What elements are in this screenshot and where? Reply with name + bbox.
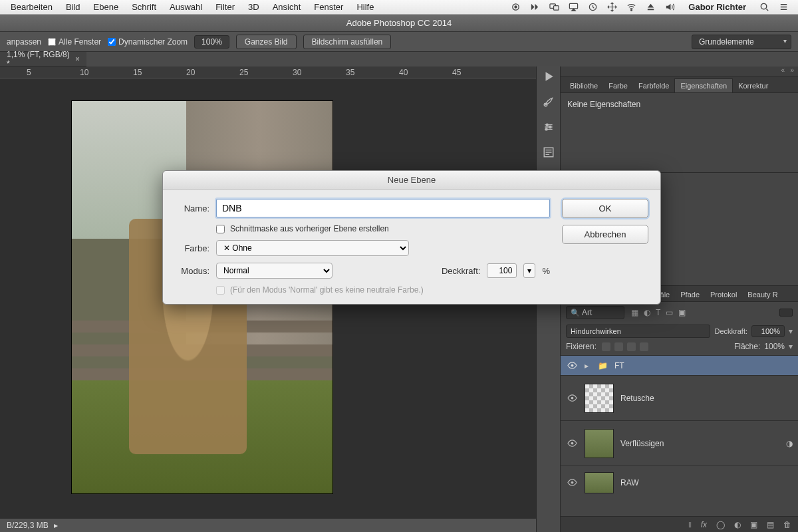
tab-bibliothek[interactable]: Bibliothe [565, 79, 603, 92]
eject-icon[interactable] [646, 2, 656, 12]
clipping-mask-checkbox[interactable]: Schnittmaske aus vorheriger Ebene erstel… [216, 224, 550, 233]
fill-stepper-icon[interactable]: ▾ [789, 342, 793, 351]
ok-button[interactable]: OK [562, 199, 648, 218]
menu-3d[interactable]: 3D [241, 2, 266, 12]
menu-bearbeiten[interactable]: Bearbeiten [4, 2, 59, 12]
layer-name[interactable]: FT [614, 361, 624, 370]
fx-icon[interactable]: fx [701, 520, 707, 529]
mask-icon[interactable]: ◯ [716, 520, 725, 529]
layer-thumbnail[interactable] [585, 384, 614, 413]
filter-shape-icon[interactable]: ▭ [666, 308, 673, 317]
menu-fenster[interactable]: Fenster [307, 2, 350, 12]
fit-image-button[interactable]: Ganzes Bild [236, 35, 297, 49]
layer-name[interactable]: Retusche [620, 394, 654, 403]
close-icon[interactable]: × [75, 55, 80, 64]
link-layers-icon[interactable]: ⦀ [688, 520, 692, 529]
group-icon[interactable]: ▣ [750, 520, 757, 529]
blend-mode-dropdown[interactable]: Hindurchwirken [566, 325, 710, 338]
opacity-value[interactable]: 100% [751, 325, 785, 337]
all-windows-checkbox[interactable]: Alle Fenster [48, 37, 101, 47]
dialog-opacity-stepper-icon[interactable]: ▾ [523, 263, 535, 278]
mode-dropdown[interactable]: Normal [216, 263, 332, 279]
adjust-panel-icon[interactable] [541, 120, 556, 134]
layer-thumbnail[interactable] [585, 472, 614, 493]
lock-position-icon[interactable] [627, 342, 636, 351]
tab-pfade[interactable]: Pfade [675, 288, 705, 301]
wifi-icon[interactable] [626, 2, 636, 12]
timemachine-icon[interactable] [588, 2, 598, 12]
fill-screen-button[interactable]: Bildschirm ausfüllen [303, 35, 392, 49]
tab-korrekturen[interactable]: Korrektur [733, 79, 773, 92]
lock-label: Fixieren: [566, 342, 597, 351]
filter-type-icon[interactable]: T [656, 308, 660, 317]
layer-verfluessigen[interactable]: Verflüssigen ◑ [561, 420, 798, 466]
visibility-icon[interactable] [566, 393, 578, 403]
move-icon[interactable] [607, 2, 617, 12]
notifications-icon[interactable] [779, 2, 789, 12]
dynamic-zoom-checkbox[interactable]: Dynamischer Zoom [108, 37, 188, 47]
lock-all-icon[interactable] [640, 342, 648, 351]
visibility-icon[interactable] [566, 438, 578, 448]
layer-group-ft[interactable]: ▸ 📁 FT [561, 355, 798, 375]
disclosure-icon[interactable]: ▸ [585, 361, 591, 370]
menu-auswahl[interactable]: Auswahl [163, 2, 209, 12]
record-icon[interactable] [511, 2, 521, 12]
color-dropdown[interactable]: ✕ Ohne [216, 240, 409, 256]
filter-smart-icon[interactable]: ▣ [678, 308, 686, 317]
new-layer-icon[interactable]: ▤ [767, 520, 774, 529]
layer-thumbnail[interactable] [585, 429, 614, 458]
workspace-dropdown[interactable]: Grundelemente [692, 35, 791, 49]
layer-raw[interactable]: RAW [561, 466, 798, 499]
panels-collapse-strip[interactable]: « » [561, 66, 798, 77]
visibility-icon[interactable] [566, 360, 578, 370]
layers-panel: 🔍 Art ▦ ◐ T ▭ ▣ Hindurchwirken Deckkraft… [561, 302, 798, 532]
options-bar: anpassen Alle Fenster Dynamischer Zoom 1… [0, 32, 798, 52]
status-memory: B/229,3 MB [7, 521, 49, 530]
trash-icon[interactable]: 🗑 [783, 520, 791, 529]
menubar-username[interactable]: Gabor Richter [684, 2, 750, 12]
fastforward-icon[interactable] [530, 2, 540, 12]
menu-ansicht[interactable]: Ansicht [266, 2, 308, 12]
tab-eigenschaften[interactable]: Eigenschaften [674, 78, 733, 92]
fill-value[interactable]: 100% [764, 342, 785, 351]
adjustment-layer-icon[interactable]: ◐ [734, 520, 741, 529]
tab-protokoll[interactable]: Protokol [705, 288, 742, 301]
properties-panel-body: Keine Eigenschaften [561, 93, 798, 173]
lock-transparent-icon[interactable] [602, 342, 610, 351]
status-chevron-icon[interactable]: ▸ [54, 521, 58, 530]
dialog-opacity-value[interactable]: 100 [487, 263, 517, 278]
menu-ebene[interactable]: Ebene [87, 2, 126, 12]
neutral-fill-checkbox: (Für den Modus 'Normal' gibt es keine ne… [216, 285, 550, 295]
visibility-icon[interactable] [566, 477, 578, 487]
brush-panel-icon[interactable] [541, 94, 556, 109]
layer-kind-filter[interactable]: 🔍 Art [566, 306, 624, 319]
menu-hilfe[interactable]: Hilfe [350, 2, 380, 12]
menu-schrift[interactable]: Schrift [125, 2, 163, 12]
cancel-button[interactable]: Abbrechen [562, 225, 648, 244]
volume-icon[interactable] [665, 2, 675, 12]
opacity-stepper-icon[interactable]: ▾ [789, 327, 793, 336]
lock-pixels-icon[interactable] [614, 342, 623, 351]
airplay-icon[interactable] [569, 2, 579, 12]
spotlight-icon[interactable] [759, 2, 769, 12]
layer-retusche[interactable]: Retusche [561, 375, 798, 420]
filter-pixel-icon[interactable]: ▦ [631, 308, 638, 317]
menu-filter[interactable]: Filter [209, 2, 241, 12]
dialog-opacity-unit: % [542, 266, 550, 276]
tab-farbe[interactable]: Farbe [603, 79, 633, 92]
document-tab[interactable]: 1,1% (FT, RGB/8) * × [0, 52, 86, 66]
zoom-value[interactable]: 100% [194, 35, 229, 49]
tab-beauty[interactable]: Beauty R [742, 288, 783, 301]
filter-adjust-icon[interactable]: ◐ [644, 308, 650, 317]
paragraph-panel-icon[interactable] [541, 145, 556, 160]
layer-name-input[interactable] [216, 199, 550, 217]
fit-label: anpassen [7, 37, 41, 47]
layer-name[interactable]: RAW [620, 478, 639, 487]
tab-farbfelder[interactable]: Farbfelde [633, 79, 674, 92]
layer-name[interactable]: Verflüssigen [620, 439, 664, 448]
displays-icon[interactable] [549, 2, 559, 12]
filter-toggle[interactable] [779, 309, 793, 317]
all-windows-label: Alle Fenster [59, 37, 101, 47]
menu-bild[interactable]: Bild [59, 2, 87, 12]
play-icon[interactable] [541, 69, 556, 84]
